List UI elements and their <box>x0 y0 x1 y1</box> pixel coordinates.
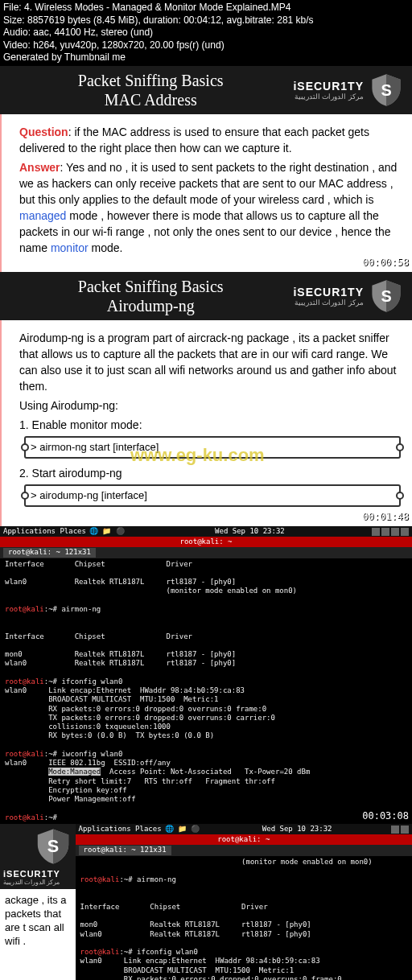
thumb1: Applications Places 🌐 📁 ⚫ Wed Sep 10 23:… <box>0 526 412 824</box>
slide2-title: Packet Sniffing Basics Airodump-ng <box>8 277 293 315</box>
terminal-output[interactable]: Interface Chipset Driver wlan0 Realtek R… <box>0 558 412 824</box>
terminal-output[interactable]: (monitor mode enabled on mon0) root@kali… <box>76 856 412 980</box>
panel-clock[interactable]: Wed Sep 10 23:32 <box>128 527 372 536</box>
video-metadata: File: 4. Wireless Modes - Managed & Moni… <box>0 0 412 66</box>
cmd-airodump: > airodump-ng [interface] <box>24 484 401 507</box>
gnome-panel[interactable]: Applications Places 🌐 📁 ⚫ Wed Sep 10 23:… <box>0 526 412 537</box>
terminal-tabbar[interactable]: root@kali: ~ 121x31 <box>76 845 412 855</box>
brand: iSECUR1TY مركز الدورات التدريبية S <box>293 72 404 108</box>
svg-text:S: S <box>381 287 391 305</box>
meta-file: File: 4. Wireless Modes - Managed & Moni… <box>3 2 409 14</box>
timestamp: 00:01:48 <box>362 509 409 525</box>
panel-icons[interactable]: 🌐 📁 ⚫ <box>165 825 200 834</box>
answer-label: Answer <box>19 161 60 174</box>
slide-fragment-text: ackage , its a packets that are t scan a… <box>0 889 76 953</box>
timestamp: 00:03:08 <box>362 810 409 822</box>
svg-text:S: S <box>381 81 391 99</box>
gnome-panel[interactable]: Applications Places 🌐 📁 ⚫ Wed Sep 10 23:… <box>76 824 412 834</box>
terminal-tabbar[interactable]: root@kali: ~ 121x31 <box>0 547 412 558</box>
slide1-header: Packet Sniffing Basics MAC Address iSECU… <box>0 66 412 114</box>
panel-apps[interactable]: Applications Places <box>3 527 86 536</box>
using-heading: Using Airodump-ng: <box>19 397 401 414</box>
shield-icon: S <box>369 72 404 108</box>
meta-size: Size: 8857619 bytes (8.45 MiB), duration… <box>3 14 409 27</box>
cmd-airmon: > airmon-ng start [interface] <box>24 436 401 459</box>
terminal-titlebar[interactable]: root@kali: ~ <box>0 537 412 547</box>
managed-keyword: managed <box>19 209 66 222</box>
step2: 2. Start airodump-ng <box>19 465 401 481</box>
monitor-keyword: monitor <box>51 241 89 254</box>
panel-clock[interactable]: Wed Sep 10 23:32 <box>203 825 391 834</box>
airodump-desc: Airodump-ng is a program part of aircrac… <box>19 330 401 394</box>
meta-video: Video: h264, yuv420p, 1280x720, 20.00 fp… <box>3 39 409 52</box>
slide1-title: Packet Sniffing Basics MAC Address <box>8 71 293 109</box>
meta-audio: Audio: aac, 44100 Hz, stereo (und) <box>3 27 409 39</box>
shield-icon: S <box>34 827 72 866</box>
shield-icon: S <box>369 278 404 314</box>
terminal-titlebar[interactable]: root@kali: ~ <box>76 834 412 845</box>
slide2-header: Packet Sniffing Basics Airodump-ng iSECU… <box>0 272 412 320</box>
slide1-body: Question: if the MAC address is used to … <box>0 114 412 272</box>
brand-arabic: مركز الدورات التدريبية <box>293 93 364 101</box>
brand: iSECUR1TY مركز الدورات التدريبية S <box>293 278 404 314</box>
terminal-tab[interactable]: root@kali: ~ 121x31 <box>3 548 96 557</box>
meta-generator: Generated by Thumbnail me <box>3 51 409 64</box>
slide2-body: Airodump-ng is a program part of aircrac… <box>0 320 412 526</box>
panel-tray[interactable] <box>391 826 409 834</box>
thumb2-row: S iSECUR1TY مركز الدورات التدريبية ackag… <box>0 824 412 980</box>
step1: 1. Enable monitor mode: <box>19 417 401 433</box>
brand-name: iSECUR1TY <box>293 80 364 93</box>
panel-apps[interactable]: Applications Places <box>79 825 162 834</box>
terminal-tab[interactable]: root@kali: ~ 121x31 <box>79 846 171 854</box>
panel-icons[interactable]: 🌐 📁 ⚫ <box>89 527 125 536</box>
timestamp: 00:00:58 <box>362 254 409 270</box>
thumb2-slide-fragment: S iSECUR1TY مركز الدورات التدريبية ackag… <box>0 824 76 980</box>
panel-tray[interactable] <box>372 528 409 536</box>
question-label: Question <box>19 126 68 138</box>
thumb2-terminal: Applications Places 🌐 📁 ⚫ Wed Sep 10 23:… <box>76 824 412 980</box>
svg-text:S: S <box>47 836 58 856</box>
